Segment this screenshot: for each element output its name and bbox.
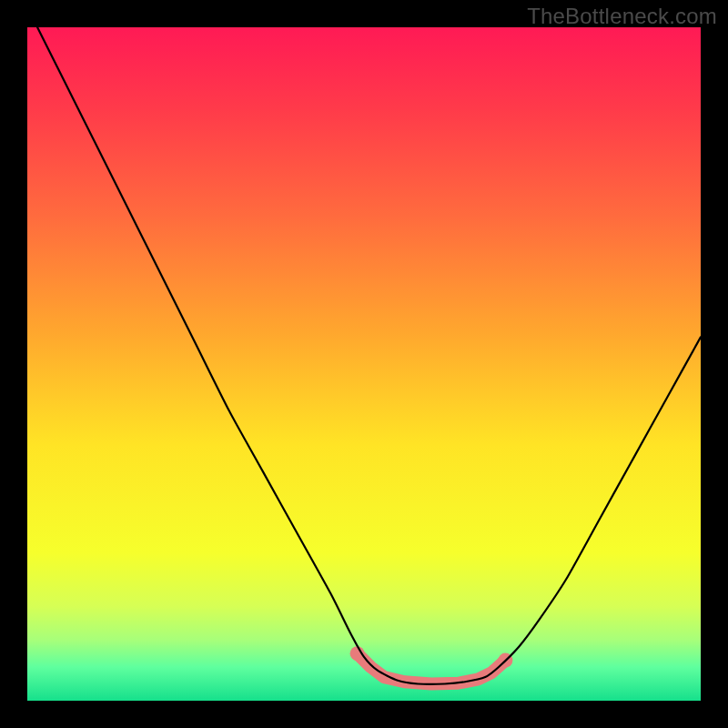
watermark-text: TheBottleneck.com bbox=[527, 4, 717, 29]
gradient-background bbox=[27, 27, 701, 701]
chart-plot bbox=[0, 0, 728, 728]
chart-container: TheBottleneck.com bbox=[0, 0, 728, 728]
